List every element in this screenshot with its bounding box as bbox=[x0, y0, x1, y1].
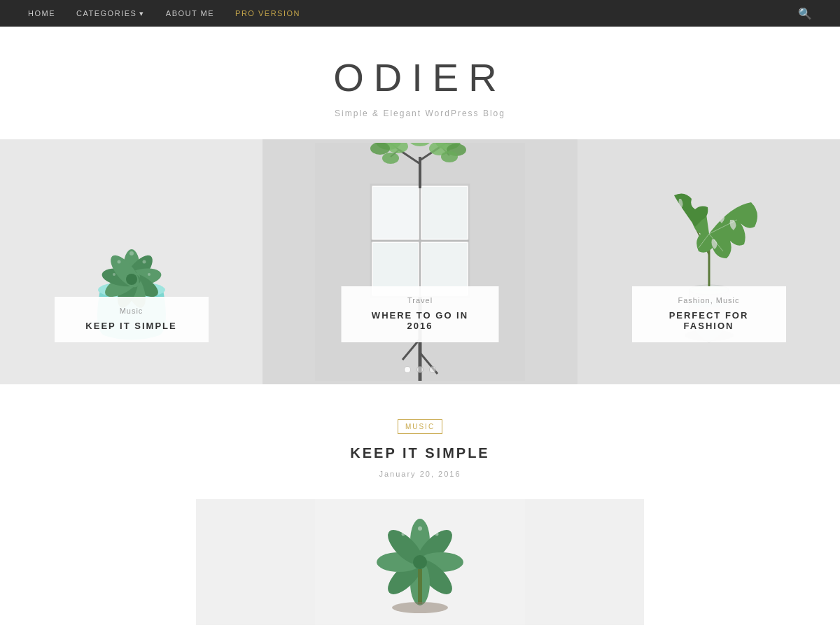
slide-right-title: PERFECT FOR FASHION bbox=[653, 310, 765, 331]
nav-categories-label: CATEGORIES bbox=[76, 9, 136, 18]
svg-point-39 bbox=[441, 151, 458, 162]
nav-about[interactable]: ABOUT ME bbox=[166, 9, 214, 18]
slide-right[interactable]: Fashion, Music PERFECT FOR FASHION bbox=[578, 139, 840, 384]
svg-point-66 bbox=[392, 602, 448, 613]
slide-left-title: KEEP IT SIMPLE bbox=[76, 321, 188, 331]
slider-dot-1[interactable] bbox=[404, 366, 411, 373]
svg-rect-21 bbox=[373, 187, 418, 239]
svg-point-63 bbox=[402, 533, 405, 536]
slide-right-bg bbox=[578, 139, 840, 384]
slider: Music KEEP IT SIMPLE bbox=[0, 139, 840, 384]
search-icon[interactable]: 🔍 bbox=[798, 7, 812, 20]
svg-rect-22 bbox=[422, 187, 467, 239]
slide-right-label: Fashion, Music PERFECT FOR FASHION bbox=[632, 286, 786, 342]
site-title: ODIER bbox=[14, 55, 826, 100]
slide-center-category: Travel bbox=[363, 296, 478, 304]
navbar: HOME CATEGORIES ▾ ABOUT ME PRO VERSION 🔍 bbox=[0, 0, 840, 27]
svg-point-13 bbox=[117, 260, 120, 264]
chevron-down-icon: ▾ bbox=[139, 9, 145, 18]
svg-point-16 bbox=[126, 274, 137, 285]
nav-categories[interactable]: CATEGORIES ▾ bbox=[76, 9, 145, 18]
site-header: ODIER Simple & Elegant WordPress Blog bbox=[0, 27, 840, 139]
svg-point-38 bbox=[382, 153, 399, 164]
slider-dot-3[interactable] bbox=[429, 366, 436, 373]
blog-category-badge[interactable]: MUSIC bbox=[398, 419, 442, 434]
slider-dots bbox=[404, 366, 436, 373]
slide-center-title: WHERE TO GO IN 2016 bbox=[363, 310, 478, 331]
slide-left[interactable]: Music KEEP IT SIMPLE bbox=[0, 139, 262, 384]
slider-dot-2[interactable] bbox=[416, 366, 424, 373]
svg-point-14 bbox=[148, 273, 150, 276]
slide-left-label: Music KEEP IT SIMPLE bbox=[55, 297, 209, 342]
svg-point-62 bbox=[435, 533, 439, 536]
window-tree-icon bbox=[315, 143, 525, 381]
svg-point-64 bbox=[413, 555, 427, 569]
blog-succulent-icon bbox=[315, 499, 525, 625]
svg-rect-65 bbox=[418, 569, 422, 604]
nav-links: HOME CATEGORIES ▾ ABOUT ME PRO VERSION bbox=[28, 9, 300, 18]
svg-point-15 bbox=[113, 273, 115, 276]
svg-point-61 bbox=[418, 526, 422, 531]
blog-post-date: January 20, 2016 bbox=[154, 470, 686, 478]
slide-right-category: Fashion, Music bbox=[653, 296, 765, 304]
slide-center-bg bbox=[262, 139, 578, 384]
blog-post-title: KEEP IT SIMPLE bbox=[154, 445, 686, 461]
site-tagline: Simple & Elegant WordPress Blog bbox=[14, 108, 826, 118]
nav-pro[interactable]: PRO VERSION bbox=[235, 9, 300, 18]
slide-center[interactable]: Travel WHERE TO GO IN 2016 bbox=[262, 139, 578, 384]
svg-point-11 bbox=[130, 251, 134, 255]
blog-section: MUSIC KEEP IT SIMPLE January 20, 2016 bbox=[140, 419, 700, 625]
blog-post-image bbox=[196, 499, 644, 625]
nav-home[interactable]: HOME bbox=[28, 9, 55, 18]
slide-left-category: Music bbox=[76, 307, 188, 315]
svg-point-12 bbox=[142, 260, 146, 264]
slide-center-label: Travel WHERE TO GO IN 2016 bbox=[342, 286, 499, 342]
slide-left-bg bbox=[0, 139, 262, 384]
